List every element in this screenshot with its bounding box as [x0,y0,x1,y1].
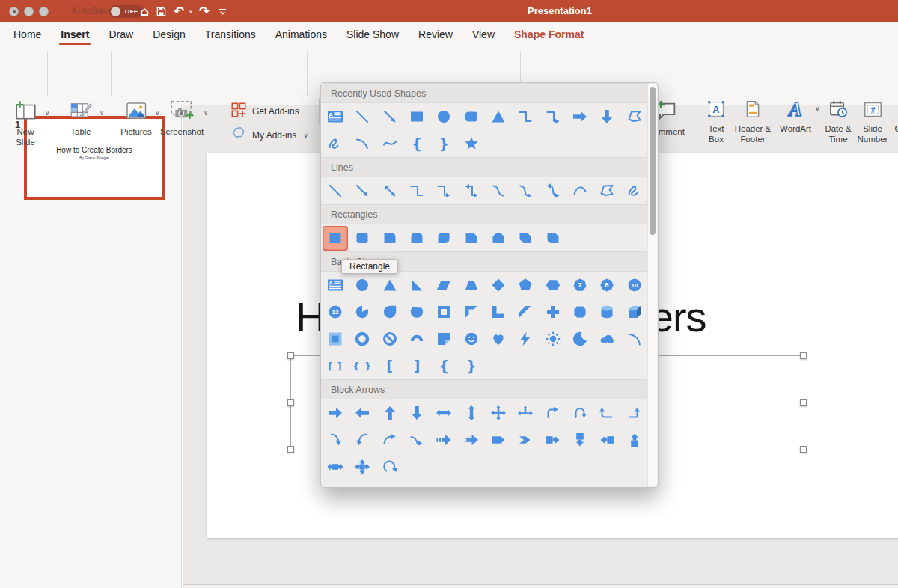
shape-block-arrow-left[interactable] [349,401,375,426]
shape-rect-rounded[interactable] [349,226,375,251]
shape-freeform[interactable] [594,179,620,203]
shape-bent-up-left[interactable] [594,401,620,426]
shape-brace-left[interactable]: { [431,354,456,379]
shape-smiley[interactable] [459,327,484,352]
tab-slide-show[interactable]: Slide Show [337,22,409,46]
shape-rect-filled[interactable] [404,105,430,129]
shape-curve-hump[interactable] [567,179,593,203]
shape-scribble[interactable] [323,132,348,156]
shape-trapezoid[interactable] [459,273,484,298]
shape-bent-arrow[interactable] [540,401,566,426]
redo-icon[interactable]: ↷ [198,4,211,18]
shape-arrow-double[interactable] [377,179,403,203]
shape-curve[interactable] [349,132,375,156]
shape-folded-corner[interactable] [431,327,456,352]
text-box-button[interactable]: A Text Box [703,96,729,145]
selection-handle[interactable] [800,399,807,406]
shape-double-bracket[interactable]: [ ] [323,354,348,379]
shape-rect-snip-round[interactable] [540,226,566,251]
shape-block-arrow-down[interactable] [594,105,620,129]
shape-elbow-arrow[interactable] [540,105,566,129]
home-icon[interactable]: ⌂ [138,4,151,18]
shape-teardrop[interactable] [377,300,403,325]
shape-curved-left[interactable] [349,428,375,453]
tab-design[interactable]: Design [143,22,195,46]
shape-diamond[interactable] [486,273,511,298]
tab-animations[interactable]: Animations [266,22,337,46]
shape-block-arrow-down[interactable] [404,401,430,426]
shape-curved-conn[interactable] [486,179,511,203]
shape-freeform[interactable] [622,105,647,129]
shapes-menu-scrollbar[interactable] [647,84,657,486]
shape-arrow[interactable] [349,179,375,203]
shape-bracket-right[interactable]: ] [404,354,430,379]
tab-review[interactable]: Review [409,22,462,46]
header-footer-button[interactable]: Header & Footer [730,96,776,145]
shape-block-arrow-right[interactable] [323,401,348,426]
shape-arrow-left-right[interactable] [431,401,456,426]
shape-triangle-filled[interactable] [486,105,511,129]
shape-lightning[interactable] [513,327,538,352]
shape-curved-right[interactable] [323,428,348,453]
shape-elbow[interactable] [404,179,430,203]
tab-home[interactable]: Home [4,22,51,46]
shape-parallelogram[interactable] [431,273,456,298]
shape-triangle-filled[interactable] [377,273,403,298]
window-minimize-button[interactable] [24,7,34,16]
selection-handle[interactable] [800,446,807,453]
shape-hexagon[interactable] [540,273,566,298]
shape-elbow-double[interactable] [459,179,484,203]
shape-star[interactable] [459,132,484,156]
shape-cross[interactable] [540,300,566,325]
shape-striped-right[interactable] [431,428,456,453]
shape-callout-left[interactable] [594,428,620,453]
my-addins-button[interactable]: My Add-ins ∨ [230,126,308,144]
shape-oval-filled[interactable] [349,273,375,298]
shape-wave[interactable] [377,132,403,156]
scrollbar-thumb[interactable] [650,87,656,235]
shape-cloud[interactable] [594,327,620,352]
shape-circular-arrow[interactable] [377,455,403,480]
shape-elbow[interactable] [513,105,538,129]
shape-rect-round-single[interactable] [377,226,403,251]
shape-double-brace[interactable]: { } [349,354,375,379]
shape-round-rect-filled[interactable] [459,105,484,129]
shape-arrow[interactable] [377,105,403,129]
shape-rect-round-sameside[interactable] [404,226,430,251]
pictures-button[interactable]: Pictures [120,96,152,138]
shape-arrow-up-down[interactable] [459,401,484,426]
shape-block-arc[interactable] [404,327,430,352]
customize-toolbar-icon[interactable] [216,4,229,18]
tab-shape-format[interactable]: Shape Format [504,22,593,46]
shape-brace-right[interactable]: } [459,354,484,379]
shape-half-frame[interactable] [459,300,484,325]
selection-handle[interactable] [287,399,294,406]
shape-can[interactable] [594,300,620,325]
selection-handle[interactable] [287,446,294,453]
shape-block-arrow-up[interactable] [377,401,403,426]
wordart-button[interactable]: A WordArt [780,96,811,135]
shape-chevron-arrow[interactable] [513,428,538,453]
shape-rect-snip-sameside[interactable] [486,226,511,251]
shape-callout-up[interactable] [622,428,647,453]
shape-heart[interactable] [486,327,511,352]
shape-curved-conn-double[interactable] [540,179,566,203]
shape-line[interactable] [349,105,375,129]
selection-handle[interactable] [287,352,294,359]
shape-arc[interactable] [622,327,647,352]
shape-pentagon-arrow[interactable] [486,428,511,453]
shape-chord[interactable] [404,300,430,325]
get-addins-button[interactable]: Get Add-ins [230,102,299,120]
shape-pie[interactable] [349,300,375,325]
window-close-button[interactable] [9,7,19,16]
shape-rect-snip-diag[interactable] [513,226,538,251]
undo-icon[interactable]: ↶ [172,4,186,18]
new-slide-button[interactable]: New Slide [10,96,41,148]
shape-donut[interactable] [349,327,375,352]
shape-arrow-quad[interactable] [486,401,511,426]
shape-rect-snip-single[interactable] [459,226,484,251]
selection-handle[interactable] [800,352,807,359]
pictures-chevron-icon[interactable]: ∨ [155,109,160,117]
shape-notched-right[interactable] [459,428,484,453]
shape-no-symbol[interactable] [377,327,403,352]
